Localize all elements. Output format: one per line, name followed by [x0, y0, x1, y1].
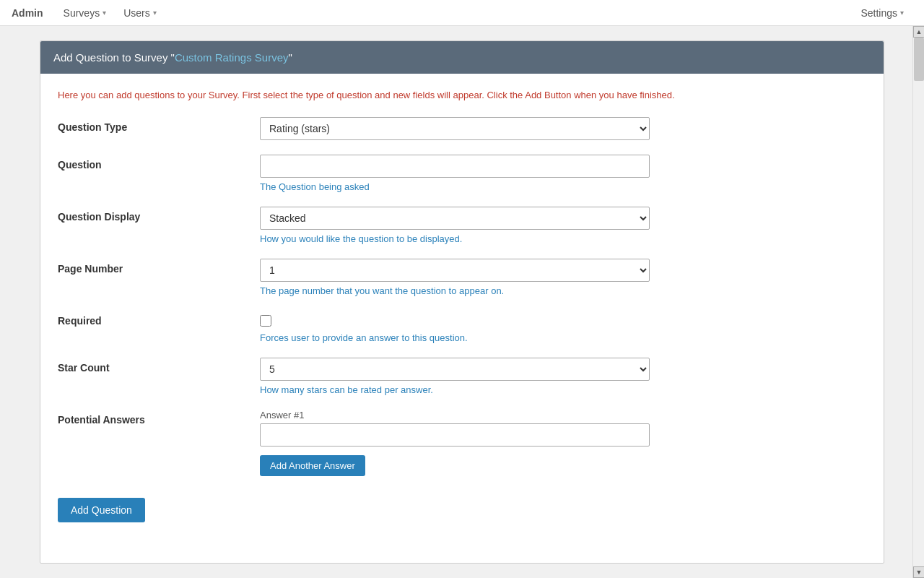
nav-item-surveys[interactable]: Surveys ▾ — [55, 0, 116, 26]
intro-text-content: Here you can add questions to your Surve… — [58, 90, 675, 100]
nav-item-users[interactable]: Users ▾ — [115, 0, 165, 26]
question-type-field: Rating (stars) Multiple Choice Text Yes/… — [260, 117, 866, 140]
question-display-hint: How you would like the question to be di… — [260, 233, 866, 244]
answer-1-label: Answer #1 — [260, 410, 866, 420]
question-label: Question — [58, 155, 260, 171]
star-count-hint: How many stars can be rated per answer. — [260, 384, 866, 395]
navbar-brand: Admin — [12, 7, 43, 19]
question-display-label: Question Display — [58, 207, 260, 223]
page-number-label: Page Number — [58, 259, 260, 275]
scrollbar-thumb[interactable] — [914, 38, 924, 81]
star-count-select[interactable]: 3 4 5 6 7 10 — [260, 358, 650, 381]
card-body: Here you can add questions to your Surve… — [40, 74, 884, 540]
potential-answers-field: Answer #1 Add Another Answer — [260, 410, 866, 476]
navbar: Admin Surveys ▾ Users ▾ Settings ▾ — [0, 0, 924, 26]
form-row-question: Question The Question being asked — [58, 155, 866, 192]
form-row-star-count: Star Count 3 4 5 6 7 10 How many stars c… — [58, 358, 866, 395]
header-suffix: " — [288, 51, 292, 64]
navbar-right: Settings ▾ — [852, 0, 912, 26]
scrollbar-up-button[interactable]: ▲ — [913, 26, 924, 38]
add-question-button[interactable]: Add Question — [58, 498, 145, 522]
question-input[interactable] — [260, 155, 650, 178]
intro-text: Here you can add questions to your Surve… — [58, 88, 866, 103]
form-row-required: Required Forces user to provide an answe… — [58, 311, 866, 343]
question-type-select[interactable]: Rating (stars) Multiple Choice Text Yes/… — [260, 117, 650, 140]
question-hint: The Question being asked — [260, 181, 866, 192]
page-number-field: 1 2 3 4 5 The page number that you want … — [260, 259, 866, 296]
users-dropdown-icon: ▾ — [153, 9, 157, 17]
required-hint: Forces user to provide an answer to this… — [260, 332, 866, 343]
scrollbar-down-button[interactable]: ▼ — [913, 566, 924, 578]
header-prefix: Add Question to Survey " — [53, 51, 175, 64]
navbar-left: Admin Surveys ▾ Users ▾ — [12, 0, 165, 26]
form-row-page-number: Page Number 1 2 3 4 5 The page number th… — [58, 259, 866, 296]
survey-name-link[interactable]: Custom Ratings Survey — [175, 51, 289, 64]
form-row-question-type: Question Type Rating (stars) Multiple Ch… — [58, 117, 866, 140]
question-type-label: Question Type — [58, 117, 260, 133]
card-header: Add Question to Survey "Custom Ratings S… — [40, 41, 884, 74]
surveys-dropdown-icon: ▾ — [103, 9, 106, 17]
settings-dropdown-icon: ▾ — [900, 9, 904, 17]
question-field: The Question being asked — [260, 155, 866, 192]
page-wrapper: Add Question to Survey "Custom Ratings S… — [0, 26, 924, 578]
main-card: Add Question to Survey "Custom Ratings S… — [40, 40, 884, 564]
add-question-row: Add Question — [58, 491, 866, 522]
potential-answers-label: Potential Answers — [58, 410, 260, 426]
star-count-label: Star Count — [58, 358, 260, 374]
add-another-answer-button[interactable]: Add Another Answer — [260, 455, 365, 476]
scrollbar-track: ▲ ▼ — [912, 26, 924, 578]
required-field: Forces user to provide an answer to this… — [260, 311, 866, 343]
nav-item-settings[interactable]: Settings ▾ — [852, 0, 912, 26]
required-label: Required — [58, 311, 260, 327]
page-number-select[interactable]: 1 2 3 4 5 — [260, 259, 650, 282]
answer-1-input[interactable] — [260, 423, 650, 447]
question-display-field: Stacked Inline How you would like the qu… — [260, 207, 866, 244]
form-row-potential-answers: Potential Answers Answer #1 Add Another … — [58, 410, 866, 476]
form-row-question-display: Question Display Stacked Inline How you … — [58, 207, 866, 244]
page-number-hint: The page number that you want the questi… — [260, 285, 866, 296]
required-checkbox[interactable] — [260, 315, 271, 327]
star-count-field: 3 4 5 6 7 10 How many stars can be rated… — [260, 358, 866, 395]
question-display-select[interactable]: Stacked Inline — [260, 207, 650, 230]
